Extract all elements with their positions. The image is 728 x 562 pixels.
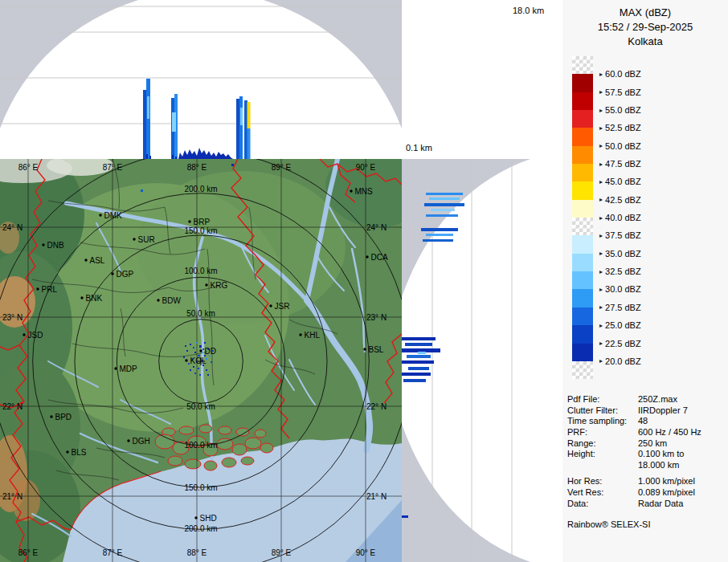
metadata-label: Vert Res: (567, 487, 638, 499)
metadata-label: Range: (567, 438, 638, 450)
metadata-label: Data: (567, 499, 638, 510)
lon-label: 86° E (18, 163, 39, 172)
legend-swatch (572, 307, 593, 325)
legend-swatch (572, 325, 593, 343)
ew-cross-section-panel (0, 0, 402, 159)
station-dot (133, 238, 135, 240)
range-ring-label: 100.0 km (184, 441, 217, 450)
station-label: BPD (55, 413, 72, 422)
metadata-label: Pdf File: (567, 394, 638, 405)
station-dot (199, 349, 202, 352)
station-dot (80, 296, 83, 299)
station-name: Kolkata (562, 35, 728, 49)
station-label: JSR (275, 302, 290, 311)
station-label: DMK (104, 211, 123, 220)
range-ring-label: 100.0 km (184, 267, 217, 275)
station-dot (205, 283, 207, 286)
metadata-row: Data:Radar Data (567, 499, 728, 510)
station-label: ASL (90, 256, 105, 265)
legend-row: ▸25.0 dBZ (562, 307, 728, 325)
legend-row: ▸47.5 dBZ (562, 146, 728, 164)
legend-row: ▸45.0 dBZ (562, 164, 728, 181)
station-dot (127, 439, 129, 442)
metadata-value: IIRDoppler 7 (638, 405, 688, 417)
legend-swatch (572, 289, 593, 307)
station-label: BLS (72, 448, 87, 457)
station-label: MNS (355, 187, 374, 196)
metadata-row: Clutter Filter:IIRDoppler 7 (567, 405, 728, 417)
metadata-label: Clutter Filter: (567, 405, 638, 417)
station-label: KRG (211, 281, 228, 290)
height-min-label: 0.1 km (406, 143, 432, 153)
station-label: BRP (194, 218, 211, 226)
legend-row: ▸22.5 dBZ (562, 325, 728, 343)
range-ring-label: 50.0 km (186, 309, 215, 318)
ew-cross-section (0, 0, 402, 159)
station-dot (114, 367, 117, 369)
station-label: PRL (42, 285, 58, 294)
metadata-label: PRF: (567, 427, 638, 438)
station-label: KOL (190, 356, 207, 365)
lon-label: 87° E (103, 163, 123, 172)
metadata-label: Hor Res: (567, 476, 638, 487)
station-dot (299, 333, 301, 336)
legend-swatch (572, 271, 593, 289)
lon-label: 86° E (18, 548, 39, 557)
metadata-value: 18.000 km (638, 460, 679, 471)
range-ring-label: 50.0 km (186, 402, 215, 411)
station-label: SHD (200, 514, 217, 523)
metadata-label: Time sampling: (567, 416, 638, 427)
legend-swatch (572, 344, 593, 361)
station-dot (269, 304, 272, 307)
range-ring-label: 150.0 km (184, 226, 217, 235)
legend-swatch (572, 110, 593, 128)
station-dot (363, 348, 366, 350)
legend-row: ▸50.0 dBZ (562, 128, 728, 145)
legend-row (562, 361, 728, 379)
metadata-block: Pdf File:250Z.maxClutter Filter:IIRDoppl… (562, 394, 728, 509)
metadata-value: 0.100 km to (638, 449, 684, 460)
lon-label: 87° E (103, 548, 123, 557)
legend-swatch (572, 92, 593, 110)
range-ring-label: 150.0 km (184, 483, 217, 492)
map-panel: 200.0 km150.0 km100.0 km50.0 km50.0 km10… (0, 159, 402, 562)
metadata-row: PRF:600 Hz / 450 Hz (567, 427, 728, 438)
station-label: DNB (47, 241, 64, 250)
metadata-row: Pdf File:250Z.max (567, 394, 728, 405)
station-label: BNK (86, 294, 103, 303)
legend-row: ▸57.5 dBZ (562, 74, 728, 92)
product-title: MAX (dBZ) (562, 0, 728, 20)
metadata-value: 600 Hz / 450 Hz (638, 427, 701, 438)
station-dot (42, 243, 44, 246)
timestamp: 15:52 / 29-Sep-2025 (562, 20, 728, 35)
station-dot (194, 516, 197, 519)
station-dot (111, 272, 113, 275)
range-ring-label: 200.0 km (184, 524, 217, 533)
lon-label: 90° E (356, 548, 376, 557)
ns-cross-section (402, 159, 538, 562)
metadata-value: 0.089 km/pixel (638, 487, 695, 499)
station-label: MDP (120, 364, 138, 373)
lon-label: 88° E (187, 163, 207, 172)
metadata-value: 250 km (638, 438, 667, 450)
legend-swatch (572, 235, 593, 253)
legend-row: ▸42.5 dBZ (562, 181, 728, 199)
lon-label: 89° E (272, 548, 292, 557)
legend-swatch (572, 146, 593, 164)
legend-swatch (572, 74, 593, 92)
legend-swatch (572, 218, 593, 235)
metadata-row: Height:0.100 km to (567, 449, 728, 460)
legend-swatch (572, 200, 593, 218)
legend-swatch (572, 164, 593, 181)
lon-label: 88° E (187, 548, 207, 557)
legend-row: ▸35.0 dBZ (562, 235, 728, 253)
height-max-label: 18.0 km (513, 6, 544, 15)
station-label: DGH (133, 437, 150, 446)
metadata-value: 250Z.max (638, 394, 677, 405)
station-dot (99, 214, 101, 216)
station-dot (50, 415, 52, 417)
legend-panel: MAX (dBZ) 15:52 / 29-Sep-2025 Kolkata ▸6… (562, 0, 728, 562)
metadata-value: Radar Data (638, 499, 683, 510)
station-label: BDW (162, 296, 182, 305)
station-label: DGP (117, 270, 134, 279)
